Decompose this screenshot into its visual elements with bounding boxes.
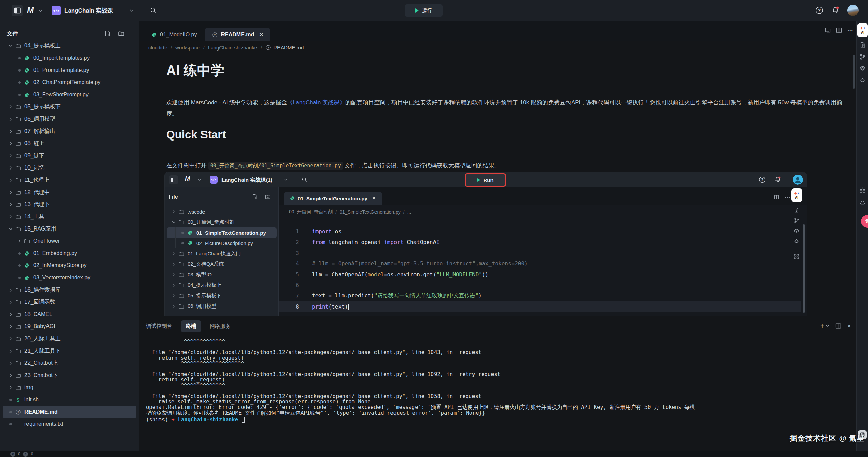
marscode-logo[interactable]: M [27, 6, 33, 15]
panel-actions: + × [820, 323, 851, 329]
panel-tab-调试控制台[interactable]: 调试控制台 [146, 320, 172, 332]
preview-eye-icon[interactable] [859, 65, 866, 72]
user-avatar[interactable] [847, 5, 859, 16]
code-line[interactable]: 7text = llm.predict("请给我写一句情人节红玫瑰的中文宣传语"… [279, 291, 801, 301]
tree-folder[interactable]: 11_代理上 [3, 174, 136, 186]
terminal-output[interactable]: ^^^^^^^^^^^^^ File "/home/cloudide/.loca… [146, 339, 695, 416]
tree-file[interactable]: 01_SimpleTextGeneration.py [167, 227, 277, 238]
line-number: 4 [279, 260, 299, 267]
tree-file[interactable]: ?README.md [3, 406, 136, 418]
scrollbar-thumb[interactable] [853, 55, 855, 89]
chevron-right-icon [7, 141, 14, 146]
tree-file[interactable]: 02_InMemoryStore.py [3, 259, 136, 272]
code-line[interactable]: 4# llm = OpenAI(model_name="gpt-3.5-turb… [279, 258, 801, 269]
more-actions-icon[interactable]: ⋯ [847, 27, 853, 34]
git-branch-icon[interactable] [859, 54, 866, 60]
tree-folder[interactable]: 13_代理下 [3, 198, 136, 211]
errors-icon[interactable]: × [10, 452, 15, 457]
indent-guide [175, 227, 176, 248]
chevron-right-icon [7, 166, 14, 170]
tree-folder[interactable]: img [3, 381, 136, 394]
tree-folder[interactable]: 06_调用模型 [3, 113, 136, 125]
tree-file[interactable]: 00_ImportTemplates.py [3, 52, 136, 64]
editor-tab[interactable]: ?README.md× [205, 28, 271, 41]
folder-icon [14, 214, 22, 220]
tree-folder[interactable]: OneFlower [3, 235, 136, 247]
tree-folder[interactable]: .vscode [167, 206, 277, 217]
breadcrumb-item[interactable]: cloudide [148, 45, 167, 51]
tabstrip-actions: ⋯ [774, 195, 790, 201]
tree-file[interactable]: 01_Embedding.py [3, 247, 136, 259]
tree-folder[interactable]: 18_CAMEL [3, 308, 136, 320]
tree-file[interactable]: 03_FewShotPrompt.py [3, 88, 136, 101]
project-name[interactable]: LangChain 实战课 [64, 7, 113, 15]
tree-folder[interactable]: 17_回调函数 [3, 296, 136, 308]
breadcrumb-item[interactable]: LangChain-shizhanke [208, 45, 257, 51]
tree-folder[interactable]: 09_链下 [3, 150, 136, 162]
tree-file[interactable]: 02_ChatPromptTemplate.py [3, 76, 136, 88]
run-button[interactable]: 运行 [405, 4, 443, 17]
tree-folder[interactable]: 12_代理中 [3, 186, 136, 198]
new-folder-icon[interactable] [118, 30, 124, 37]
code-line[interactable]: 5llm = ChatOpenAI(model=os.environ.get("… [279, 269, 801, 280]
folder-icon [14, 312, 22, 317]
tree-folder[interactable]: 01_LangChain快速入门 [167, 249, 277, 259]
code-line[interactable]: 1import os [279, 226, 801, 237]
code-review-icon[interactable] [859, 42, 866, 48]
editor-tab[interactable]: 01_ModelIO.py [144, 28, 205, 41]
tree-folder[interactable]: 14_工具 [3, 211, 136, 223]
help-icon[interactable]: ? [815, 6, 823, 14]
test-flask-icon[interactable] [859, 198, 866, 205]
ai-assistant-button[interactable]: ✦✦ AI [857, 23, 868, 37]
tree-file[interactable]: 03_VectorstoreIndex.py [3, 272, 136, 284]
split-panel-icon[interactable] [835, 323, 841, 329]
tree-folder[interactable]: 16_操作数据库 [3, 284, 136, 296]
tree-folder[interactable]: 19_BabyAGI [3, 320, 136, 333]
close-panel-icon[interactable]: × [847, 323, 851, 329]
tree-file[interactable]: 01_PromptTemplate.py [3, 64, 136, 76]
code-line[interactable]: 3 [279, 247, 801, 258]
split-columns-icon[interactable] [836, 27, 842, 33]
tree-folder[interactable]: 10_记忆 [3, 162, 136, 174]
breadcrumb-item[interactable]: workspace [175, 45, 200, 51]
tree-folder[interactable]: 22_Chatbot上 [3, 357, 136, 369]
new-terminal-button[interactable]: + [820, 324, 829, 329]
tree-folder[interactable]: 07_解析输出 [3, 125, 136, 137]
tree-folder[interactable]: 15_RAG应用 [3, 223, 136, 235]
course-link[interactable]: 《LangChain 实战课》 [287, 99, 345, 106]
tree-folder[interactable]: 23_Chatbot下 [3, 369, 136, 381]
search-icon[interactable] [150, 7, 157, 14]
terminal-prompt[interactable]: (shims) ➜ LangChain-shizhanke [146, 417, 245, 423]
tree-folder[interactable]: 20_人脉工具上 [3, 333, 136, 345]
panel-tab-网络服务[interactable]: 网络服务 [210, 320, 231, 332]
tree-folder[interactable]: 04_提示模板上 [3, 40, 136, 52]
code-line[interactable]: 6 [279, 280, 801, 291]
panel-tab-终端[interactable]: 终端 [181, 320, 201, 332]
tree-folder[interactable]: 04_提示模板上 [167, 280, 277, 291]
tree-folder[interactable]: 05_提示模板下 [3, 101, 136, 113]
debug-bug-icon[interactable] [859, 77, 866, 83]
tree-file[interactable]: $init.sh [3, 394, 136, 406]
tree-folder[interactable]: 03_模型IO [167, 270, 277, 280]
chevron-down-icon[interactable] [38, 8, 43, 13]
divider [166, 152, 845, 152]
tree-folder[interactable]: 02_文档QA系统 [167, 259, 277, 270]
close-icon[interactable]: × [259, 31, 263, 38]
split-editor-icon[interactable] [825, 27, 831, 33]
code-line[interactable]: 2from langchain_openai import ChatOpenAI [279, 237, 801, 248]
chevron-down-icon[interactable] [130, 8, 134, 13]
breadcrumb-file[interactable]: ?README.md [265, 45, 304, 51]
tree-folder[interactable]: 06_调用模型 [167, 301, 277, 312]
new-file-icon[interactable] [104, 30, 111, 37]
tree-folder[interactable]: 05_提示模板下 [167, 291, 277, 301]
notifications-bell-icon[interactable] [832, 6, 840, 14]
tree-file[interactable]: 02_PictureDescription.py [167, 238, 277, 249]
code-line[interactable]: 8print(text) [279, 301, 801, 312]
tree-folder[interactable]: 08_链上 [3, 137, 136, 150]
tree-folder[interactable]: 00_开篇词_奇点时刻 [167, 217, 277, 227]
sidebar-toggle-button[interactable] [12, 5, 23, 16]
extensions-grid-icon[interactable] [859, 186, 866, 193]
tree-folder[interactable]: 21_人脉工具下 [3, 345, 136, 357]
warnings-icon[interactable]: ! [23, 452, 28, 457]
tree-file[interactable]: requirements.txt [3, 418, 136, 430]
